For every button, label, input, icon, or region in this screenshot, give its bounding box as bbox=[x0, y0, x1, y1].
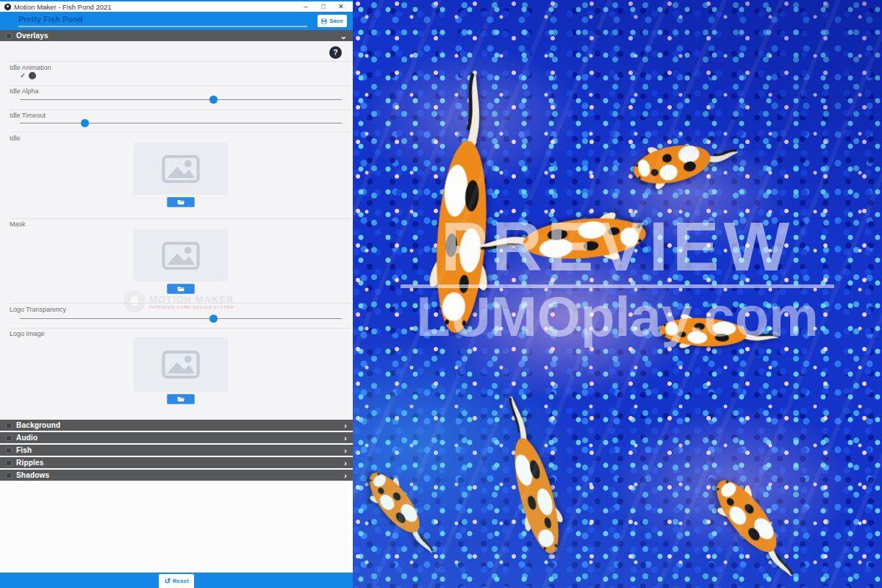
save-label: Save bbox=[329, 18, 343, 24]
koi-fish bbox=[426, 66, 502, 343]
slider-track bbox=[20, 99, 342, 100]
section-header-audio[interactable]: Audio › bbox=[0, 432, 353, 443]
title-bar: Motion Maker - Fish Pond 2021 – □ ✕ bbox=[0, 0, 353, 12]
idle-browse-button[interactable] bbox=[167, 197, 195, 207]
chevron-right-icon: › bbox=[344, 434, 347, 442]
slider-track bbox=[20, 123, 342, 123]
mask-image-label: Mask bbox=[10, 220, 26, 228]
divider bbox=[10, 303, 351, 304]
audio-icon bbox=[6, 435, 12, 441]
idle-timeout-label: Idle Timeout bbox=[10, 112, 46, 119]
overlays-label: Overlays bbox=[16, 32, 49, 40]
section-header-background[interactable]: Background › bbox=[0, 420, 353, 431]
chevron-down-icon: ⌄ bbox=[340, 32, 347, 40]
app-icon bbox=[4, 4, 11, 10]
project-name-input[interactable]: Pretty Fish Pond bbox=[18, 15, 307, 27]
chevron-right-icon: › bbox=[344, 447, 347, 454]
section-header-shadows[interactable]: Shadows › bbox=[0, 470, 353, 481]
idle-timeout-slider[interactable] bbox=[20, 119, 342, 128]
idle-alpha-slider[interactable] bbox=[20, 96, 342, 104]
minimize-icon[interactable]: – bbox=[297, 1, 315, 12]
koi-fish bbox=[491, 390, 572, 563]
footer-bar: ↺ Reset bbox=[0, 573, 353, 588]
preview-pane: PREVIEW LUMOplay.com bbox=[353, 0, 882, 588]
save-button[interactable]: Save bbox=[318, 15, 347, 27]
section-label: Ripples bbox=[16, 459, 44, 467]
koi-fish bbox=[627, 129, 744, 194]
folder-icon bbox=[177, 396, 184, 402]
idle-image-label: Idle bbox=[10, 135, 21, 142]
divider bbox=[10, 61, 351, 62]
divider bbox=[10, 85, 351, 86]
fish-icon bbox=[6, 448, 12, 453]
slider-thumb[interactable] bbox=[209, 96, 218, 104]
overlays-panel: ? Idle Animation ✓ Idle Alpha Idle Timeo… bbox=[0, 41, 353, 420]
slider-track bbox=[20, 318, 342, 319]
maximize-icon[interactable]: □ bbox=[315, 1, 332, 12]
toggle-knob-icon bbox=[29, 72, 36, 79]
reset-label: Reset bbox=[173, 578, 189, 584]
logo-image-placeholder[interactable] bbox=[134, 337, 228, 392]
app-root: Motion Maker - Fish Pond 2021 – □ ✕ Pret… bbox=[0, 0, 882, 588]
section-header-ripples[interactable]: Ripples › bbox=[0, 457, 353, 468]
mask-browse-button[interactable] bbox=[167, 284, 195, 294]
koi-fish bbox=[357, 462, 447, 564]
section-label: Background bbox=[16, 421, 60, 429]
koi-fish bbox=[656, 313, 781, 354]
shadows-icon bbox=[6, 473, 12, 478]
window-title: Motion Maker - Fish Pond 2021 bbox=[14, 3, 112, 11]
chevron-right-icon: › bbox=[344, 459, 347, 467]
section-header-overlays[interactable]: Overlays ⌄ bbox=[0, 30, 353, 41]
image-placeholder-icon bbox=[162, 241, 200, 270]
help-button[interactable]: ? bbox=[329, 46, 342, 59]
slider-thumb[interactable] bbox=[209, 315, 218, 323]
reset-button[interactable]: ↺ Reset bbox=[159, 574, 194, 588]
logo-transparency-slider[interactable] bbox=[20, 315, 342, 323]
divider bbox=[10, 218, 351, 219]
image-placeholder-icon bbox=[162, 350, 200, 379]
mask-image-placeholder[interactable] bbox=[134, 229, 228, 282]
section-label: Audio bbox=[16, 434, 37, 442]
checkmark-icon: ✓ bbox=[20, 71, 26, 79]
divider bbox=[10, 132, 351, 132]
background-icon bbox=[6, 423, 12, 429]
logo-browse-button[interactable] bbox=[167, 394, 195, 404]
idle-image-placeholder[interactable] bbox=[134, 143, 228, 195]
chevron-right-icon: › bbox=[344, 422, 347, 429]
watermark-subtitle: PATENTED GAME DESIGN SYSTEM bbox=[149, 305, 234, 309]
save-icon bbox=[321, 18, 327, 24]
project-toolbar: Pretty Fish Pond Save bbox=[0, 12, 353, 30]
section-header-fish[interactable]: Fish › bbox=[0, 445, 353, 456]
idle-animation-checkbox[interactable]: ✓ bbox=[20, 71, 36, 79]
motion-maker-window: Motion Maker - Fish Pond 2021 – □ ✕ Pret… bbox=[0, 0, 353, 588]
overlays-icon bbox=[6, 33, 12, 39]
motion-maker-logo-icon bbox=[123, 290, 146, 312]
close-icon[interactable]: ✕ bbox=[332, 1, 350, 12]
slider-thumb[interactable] bbox=[81, 119, 89, 127]
section-label: Shadows bbox=[16, 471, 49, 479]
chevron-right-icon: › bbox=[344, 472, 347, 479]
logo-image-label: Logo Image bbox=[10, 330, 45, 337]
divider bbox=[10, 328, 351, 329]
panel-spacer bbox=[0, 482, 353, 573]
koi-fish bbox=[475, 209, 653, 271]
collapsed-sections: Background › Audio › Fish › Ripples › Sh… bbox=[0, 420, 353, 482]
folder-icon bbox=[177, 199, 184, 205]
folder-icon bbox=[177, 286, 184, 292]
divider bbox=[10, 110, 351, 110]
logo-transparency-label: Logo Transparency bbox=[10, 306, 66, 313]
ripples-icon bbox=[6, 460, 12, 466]
reset-icon: ↺ bbox=[164, 577, 170, 585]
window-controls: – □ ✕ bbox=[297, 1, 350, 12]
image-placeholder-icon bbox=[162, 154, 200, 184]
idle-animation-label: Idle Animation bbox=[10, 64, 51, 71]
section-label: Fish bbox=[16, 446, 32, 454]
koi-fish bbox=[702, 467, 809, 588]
idle-alpha-label: Idle Alpha bbox=[10, 87, 39, 95]
